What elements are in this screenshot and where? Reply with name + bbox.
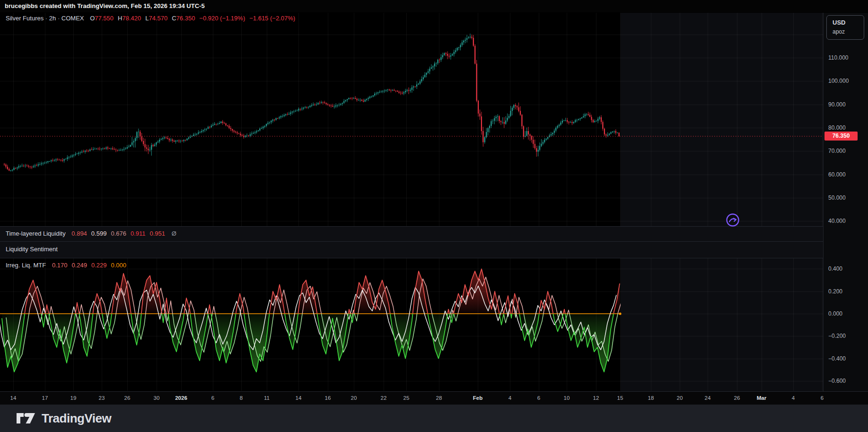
tradingview-snapshot: { "top_bar": { "attribution": "brucegibb…: [0, 0, 868, 432]
time-tick-label: 26: [727, 395, 747, 401]
ohlc-value: 74.570: [149, 15, 167, 22]
legend-separator: ·: [45, 15, 47, 22]
indicator-title[interactable]: Irreg. Liq. MTF: [6, 262, 46, 269]
time-tick-label: 24: [697, 395, 718, 401]
legend-value: 0.170: [52, 262, 68, 269]
indicator-values: 0.8940.5990.6760.9110.951: [67, 230, 165, 237]
time-tick-label: 25: [396, 395, 417, 401]
button-circle: [727, 214, 739, 226]
time-tick-label: Mar: [751, 395, 772, 401]
time-tick-label: 19: [63, 395, 84, 401]
ohlc-value: 77.550: [95, 15, 114, 22]
time-tick-label: 30: [146, 395, 167, 401]
time-tick-label: 14: [3, 395, 24, 401]
time-tick-label: 23: [91, 395, 112, 401]
symbol-title[interactable]: Silver Futures: [6, 15, 44, 22]
irregular-liquidity-legend[interactable]: Irreg. Liq. MTF 0.1700.2490.2290.000: [6, 262, 126, 269]
time-tick-label: 20: [343, 395, 364, 401]
change-value: −1.615 (−2.07%): [249, 15, 295, 22]
time-tick-label: 20: [669, 395, 690, 401]
change-value: −0.920 (−1.19%): [199, 15, 245, 22]
time-tick-label: 16: [317, 395, 338, 401]
ohlc-values: O77.550H78.420L74.570C76.350−0.920 (−1.1…: [86, 15, 295, 22]
legend-value: 0.911: [131, 230, 146, 237]
time-tick-label: 11: [256, 395, 277, 401]
attribution-text: brucegibbs created with TradingView.com,…: [5, 2, 205, 9]
symbol-exchange[interactable]: COMEX: [61, 15, 84, 22]
legend-value: 0.951: [150, 230, 166, 237]
liquidity-sentiment-legend[interactable]: Liquidity Sentiment: [6, 246, 58, 253]
tradingview-logo-icon[interactable]: [16, 412, 36, 424]
go-to-recent-bar-button[interactable]: [725, 212, 740, 228]
ohlc-letter: O: [90, 15, 95, 22]
time-tick-label: 6: [812, 395, 833, 401]
legend-separator: ·: [58, 15, 60, 22]
time-tick-label: 14: [288, 395, 309, 401]
time-layered-liquidity-legend[interactable]: Time-layered Liquidity 0.8940.5990.6760.…: [6, 230, 176, 237]
indicator-values: 0.1700.2490.2290.000: [48, 262, 126, 269]
time-tick-label: 10: [556, 395, 577, 401]
indicator-title[interactable]: Liquidity Sentiment: [6, 246, 58, 253]
footer-bar: TradingView: [0, 405, 868, 432]
time-tick-label: 17: [35, 395, 55, 401]
time-tick-label: 22: [373, 395, 394, 401]
legend-value: 0.599: [91, 230, 107, 237]
ohlc-value: 76.350: [176, 15, 195, 22]
legend-value: 0.249: [71, 262, 87, 269]
time-tick-label: Feb: [467, 395, 488, 401]
time-tick-label: 6: [202, 395, 223, 401]
ohlc-value: 78.420: [122, 15, 141, 22]
legend-value: 0.000: [111, 262, 127, 269]
symbol-legend[interactable]: Silver Futures · 2h · COMEX O77.550H78.4…: [6, 15, 295, 22]
time-tick-label: 4: [783, 395, 804, 401]
time-tick-label: 6: [528, 395, 549, 401]
legend-value: 0.894: [71, 230, 87, 237]
time-tick-label: 28: [429, 395, 449, 401]
time-tick-label: 8: [231, 395, 252, 401]
time-tick-label: 2026: [171, 395, 192, 401]
ohlc-letter: C: [172, 15, 176, 22]
time-tick-label: 12: [586, 395, 606, 401]
time-tick-label: 26: [117, 395, 138, 401]
symbol-interval[interactable]: 2h: [49, 15, 56, 22]
time-tick-label: 15: [610, 395, 631, 401]
legend-value: 0.676: [111, 230, 126, 237]
time-tick-label: 18: [640, 395, 661, 401]
indicator-suffix: Ø: [172, 230, 176, 237]
attribution-bar: brucegibbs created with TradingView.com,…: [0, 0, 868, 12]
time-axis[interactable]: 14171923263020266811141620222528Feb46101…: [0, 391, 868, 405]
legend-value: 0.229: [91, 262, 107, 269]
indicator-title[interactable]: Time-layered Liquidity: [6, 230, 66, 237]
time-tick-label: 4: [500, 395, 520, 401]
tradingview-brand-text[interactable]: TradingView: [42, 411, 111, 426]
